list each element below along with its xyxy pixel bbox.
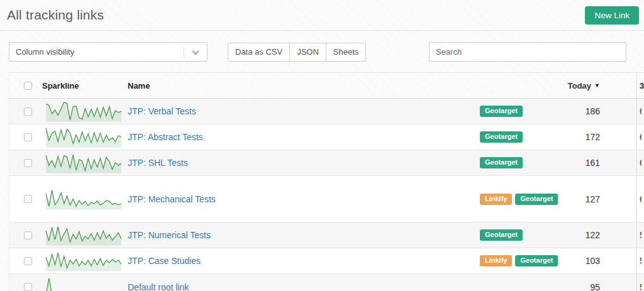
sparkline-chart	[45, 187, 123, 211]
link-name[interactable]: JTP: Verbal Tests	[128, 106, 196, 116]
today-count: 172	[549, 132, 636, 142]
geotarget-badge: Geotarget	[480, 229, 523, 241]
table-row: JTP: Case StudiesLinkifyGeotarget1035	[9, 248, 644, 274]
linkify-badge: Linkify	[480, 255, 512, 266]
table-row: JTP: Verbal TestsGeotarget1866	[9, 99, 644, 124]
today-count: 186	[549, 106, 636, 116]
thirty-day-count-clipped: 5	[640, 230, 641, 240]
row-checkbox[interactable]	[24, 159, 32, 167]
geotarget-badge: Geotarget	[480, 131, 523, 143]
new-link-button[interactable]: New Link	[585, 6, 639, 25]
thirty-day-count-clipped: 5	[640, 282, 641, 291]
link-name[interactable]: JTP: Numerical Tests	[128, 230, 211, 240]
sparkline-chart	[45, 151, 123, 175]
table-body: JTP: Verbal TestsGeotarget1866JTP: Abstr…	[9, 99, 644, 291]
export-button-group: Data as CSV JSON Sheets	[228, 43, 366, 62]
row-checkbox[interactable]	[24, 257, 32, 265]
sparkline-chart	[45, 223, 123, 247]
geotarget-badge: Geotarget	[480, 106, 523, 117]
column-visibility-label: Column visibility	[9, 47, 184, 57]
row-checkbox[interactable]	[24, 195, 32, 203]
toolbar: Column visibility Data as CSV JSON Sheet…	[9, 42, 635, 62]
sparkline-chart	[45, 249, 123, 273]
link-name[interactable]: JTP: SHL Tests	[128, 158, 188, 168]
page-header: All tracking links New Link	[0, 0, 644, 31]
table-row: JTP: SHL TestsGeotarget1616	[9, 150, 644, 176]
row-checkbox[interactable]	[24, 231, 32, 239]
column-header-today[interactable]: Today ▼	[549, 81, 636, 91]
today-count: 95	[549, 282, 636, 291]
row-checkbox[interactable]	[24, 283, 32, 291]
sheets-button[interactable]: Sheets	[326, 43, 366, 62]
thirty-day-count-clipped: 6	[640, 132, 641, 142]
today-header-label: Today	[568, 81, 591, 91]
table-row: JTP: Numerical TestsGeotarget1225	[9, 222, 644, 248]
geotarget-badge: Geotarget	[480, 157, 523, 168]
table-row: Default root link955	[9, 274, 644, 291]
table-header-row: Sparkline Name Today ▼ 30 days	[9, 73, 644, 99]
sparkline-chart	[45, 125, 123, 149]
table-row: JTP: Mechanical TestsLinkifyGeotarget127…	[9, 176, 644, 222]
table-row: JTP: Abstract TestsGeotarget1726	[9, 124, 644, 150]
search-input[interactable]	[429, 42, 626, 62]
link-name[interactable]: Default root link	[128, 282, 189, 291]
today-count: 161	[549, 158, 636, 168]
link-name[interactable]: JTP: Case Studies	[128, 256, 201, 266]
sort-descending-icon: ▼	[594, 82, 600, 89]
sparkline-chart	[45, 275, 123, 291]
sparkline-chart	[45, 99, 123, 123]
column-header-name[interactable]: Name	[128, 81, 480, 91]
json-button[interactable]: JSON	[290, 43, 326, 62]
row-checkbox[interactable]	[24, 107, 32, 116]
linkify-badge: Linkify	[480, 194, 512, 205]
today-count: 122	[549, 230, 636, 240]
dropdown-caret-box	[184, 46, 207, 58]
thirty-day-count-clipped: 6	[640, 194, 641, 204]
chevron-down-icon	[192, 47, 199, 54]
thirty-day-count-clipped: 6	[640, 106, 641, 116]
column-header-30-days[interactable]: 30 days	[636, 73, 644, 98]
page-title: All tracking links	[7, 8, 104, 23]
thirty-day-count-clipped: 6	[640, 158, 641, 168]
row-checkbox[interactable]	[24, 133, 32, 141]
tracking-links-table: Sparkline Name Today ▼ 30 days JTP: Verb…	[9, 72, 644, 291]
today-count: 127	[549, 194, 636, 204]
data-as-csv-button[interactable]: Data as CSV	[228, 43, 290, 62]
column-visibility-dropdown[interactable]: Column visibility	[9, 42, 208, 62]
select-all-checkbox[interactable]	[24, 82, 32, 90]
link-name[interactable]: JTP: Mechanical Tests	[128, 194, 216, 204]
column-header-sparkline: Sparkline	[40, 81, 128, 91]
today-count: 103	[549, 256, 636, 266]
link-name[interactable]: JTP: Abstract Tests	[128, 132, 203, 142]
thirty-day-count-clipped: 5	[640, 256, 641, 266]
